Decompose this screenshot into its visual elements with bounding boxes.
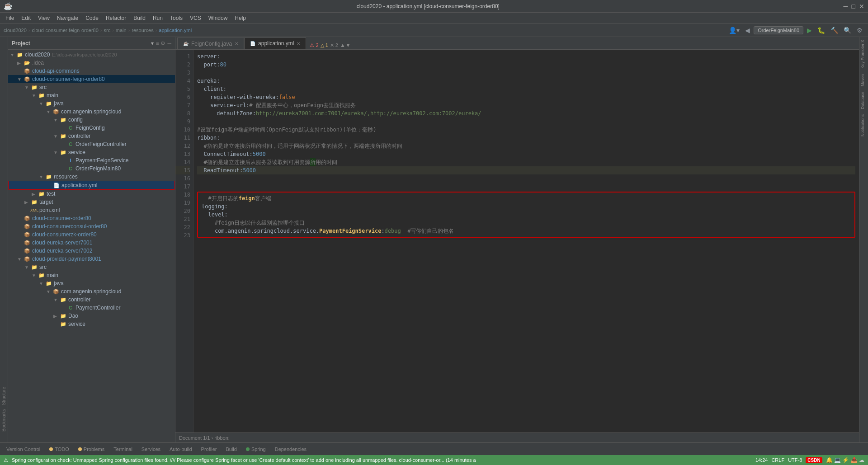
tree-arrow-target[interactable]: ▶	[24, 200, 31, 205]
key-promoter-tab[interactable]: Key Promoter X	[859, 37, 868, 71]
tree-item-src-payment[interactable]: ▼ 📁 src	[8, 263, 175, 271]
notifications-tab[interactable]: Notifications	[859, 112, 868, 139]
bc-file[interactable]: application.yml	[159, 28, 192, 33]
bc-part-2[interactable]: src	[104, 28, 110, 33]
tree-arrow-src-payment[interactable]: ▼	[24, 265, 31, 270]
tree-item-dao[interactable]: ▶ 📁 Dao	[8, 312, 175, 320]
tab-yml-close[interactable]: ✕	[297, 41, 300, 46]
tree-item-payment8001[interactable]: ▼ 📦 cloud-provider-payment8001	[8, 255, 175, 263]
tree-item-feign-order80[interactable]: ▼ 📦 cloud-consumer-feign-order80	[8, 75, 175, 83]
menu-item-window[interactable]: Window	[205, 14, 231, 22]
tree-item-service-payment[interactable]: 📁 service	[8, 320, 175, 328]
tree-item-resources[interactable]: ▼ 📁 resources	[8, 173, 175, 181]
build-button[interactable]: 🔨	[829, 26, 840, 35]
tab-application-yml[interactable]: 📄 application.yml ✕	[244, 38, 306, 49]
tree-arrow-test[interactable]: ▶	[32, 192, 38, 197]
tree-item-consumer-order80[interactable]: 📦 cloud-consumer-order80	[8, 214, 175, 222]
tree-arrow-ctrl-payment[interactable]: ▼	[53, 297, 60, 302]
tree-arrow-feign[interactable]: ▼	[17, 77, 24, 82]
tree-item-api-commons[interactable]: 📦 cloud-api-commons	[8, 67, 175, 75]
run-config-selector[interactable]: OrderFeignMain80	[754, 26, 803, 34]
tree-arrow-pkg-payment[interactable]: ▼	[46, 289, 52, 294]
bookmarks-tab[interactable]: Bookmarks	[1, 409, 6, 432]
menu-item-view[interactable]: View	[34, 14, 53, 22]
tree-item-payment-ctrl[interactable]: C PaymentController	[8, 304, 175, 312]
tree-item-pom[interactable]: XML pom.xml	[8, 206, 175, 214]
tree-item-orderfeign-ctrl[interactable]: C OrderFeignController	[8, 140, 175, 148]
panel-dropdown-icon[interactable]: ▾	[151, 40, 154, 47]
bc-part-1[interactable]: cloud-consumer-feign-order80	[32, 28, 98, 33]
tree-arrow-main[interactable]: ▼	[32, 93, 38, 98]
expand-tabs-icon[interactable]: ▲▼	[340, 42, 351, 48]
tree-item-service[interactable]: ▼ 📁 service	[8, 148, 175, 156]
search-button[interactable]: 🔍	[842, 26, 853, 35]
tab-dependencies[interactable]: Dependencies	[270, 445, 311, 454]
debug-button[interactable]: 🐛	[816, 26, 827, 35]
tree-arrow-config[interactable]: ▼	[53, 117, 60, 122]
tree-item-main[interactable]: ▼ 📁 main	[8, 91, 175, 99]
bc-part-4[interactable]: resources	[132, 28, 153, 33]
tab-version-control[interactable]: Version Control	[2, 445, 45, 454]
minimize-button[interactable]: ─	[844, 3, 848, 10]
run-button[interactable]: ▶	[805, 26, 814, 35]
close-button[interactable]: ✕	[859, 3, 864, 10]
tab-spring[interactable]: Spring	[241, 445, 270, 454]
close-panel-icon[interactable]: ─	[167, 40, 171, 47]
menu-item-help[interactable]: Help	[231, 14, 250, 22]
collapse-all-icon[interactable]: ≡	[156, 40, 159, 47]
menu-item-code[interactable]: Code	[82, 14, 102, 22]
tree-item-orderfeign-main[interactable]: C OrderFeignMain80	[8, 164, 175, 173]
tab-todo[interactable]: TODO	[45, 445, 74, 454]
tree-item-pkg-payment[interactable]: ▼ 📦 com.angenin.springcloud	[8, 287, 175, 296]
tab-feignconfig-close[interactable]: ✕	[235, 41, 238, 46]
tab-services[interactable]: Services	[137, 445, 165, 454]
code-editor[interactable]: server: port: 80 eureka: client:	[193, 50, 859, 432]
tree-item-controller[interactable]: ▼ 📁 controller	[8, 132, 175, 140]
tree-arrow-controller[interactable]: ▼	[53, 134, 60, 139]
tree-arrow-java[interactable]: ▼	[39, 101, 45, 106]
tree-arrow-pkg[interactable]: ▼	[46, 109, 52, 114]
tree-arrow-0[interactable]: ▼	[10, 52, 16, 57]
tab-auto-build[interactable]: Auto-build	[165, 445, 197, 454]
menu-item-build[interactable]: Build	[130, 14, 149, 22]
tree-item-java-payment[interactable]: ▼ 📁 java	[8, 279, 175, 287]
tab-build[interactable]: Build	[221, 445, 241, 454]
tree-arrow-payment8001[interactable]: ▼	[17, 257, 24, 262]
tree-arrow-idea[interactable]: ▶	[17, 61, 24, 66]
tree-arrow-main-payment[interactable]: ▼	[32, 273, 38, 278]
status-warning-msg[interactable]: Spring configuration check: Unmapped Spr…	[12, 457, 476, 463]
maven-tab[interactable]: Maven	[859, 71, 868, 89]
back-button[interactable]: ◀	[743, 26, 752, 35]
tree-item-eureka7002[interactable]: 📦 cloud-eureka-server7002	[8, 247, 175, 255]
gear-icon[interactable]: ⚙	[160, 40, 165, 47]
tree-item-consul-order80[interactable]: 📦 cloud-consumerconsul-order80	[8, 222, 175, 230]
tree-arrow-resources[interactable]: ▼	[39, 174, 45, 179]
tab-problems[interactable]: Problems	[74, 445, 109, 454]
settings-button[interactable]: ⚙	[855, 26, 864, 35]
menu-item-tools[interactable]: Tools	[166, 14, 186, 22]
menu-item-run[interactable]: Run	[149, 14, 166, 22]
tree-arrow-service[interactable]: ▼	[53, 150, 60, 155]
tree-item-payment-feign-svc[interactable]: I PaymentFeignService	[8, 156, 175, 164]
tree-arrow-java-payment[interactable]: ▼	[39, 281, 45, 286]
tab-terminal[interactable]: Terminal	[109, 445, 137, 454]
menu-item-navigate[interactable]: Navigate	[53, 14, 82, 22]
tree-item-package[interactable]: ▼ 📦 com.angenin.springcloud	[8, 108, 175, 116]
tree-arrow-src[interactable]: ▼	[24, 85, 31, 90]
tree-item-src[interactable]: ▼ 📁 src	[8, 83, 175, 91]
tree-item-target[interactable]: ▶ 📁 target	[8, 198, 175, 206]
database-tab[interactable]: Database	[859, 89, 868, 112]
menu-item-vcs[interactable]: VCS	[186, 14, 205, 22]
maximize-button[interactable]: □	[852, 3, 855, 10]
profile-button[interactable]: 👤▾	[727, 26, 741, 35]
tab-profiler[interactable]: Profiler	[197, 445, 222, 454]
menu-item-edit[interactable]: Edit	[18, 14, 34, 22]
tree-item-zk-order80[interactable]: 📦 cloud-consumerzk-order80	[8, 230, 175, 239]
tree-item-idea[interactable]: ▶ 📂 .idea	[8, 59, 175, 67]
tree-item-main-payment[interactable]: ▼ 📁 main	[8, 271, 175, 279]
tree-item-application-yml[interactable]: 📄 application.yml	[8, 181, 175, 190]
tree-item-cloud2020[interactable]: ▼ 📁 cloud2020 E:\idea-workspace\cloud202…	[8, 51, 175, 59]
tree-arrow-dao[interactable]: ▶	[53, 314, 60, 319]
tab-feignconfig[interactable]: ☕ FeignConfig.java ✕	[177, 38, 244, 49]
tree-item-test[interactable]: ▶ 📁 test	[8, 190, 175, 198]
